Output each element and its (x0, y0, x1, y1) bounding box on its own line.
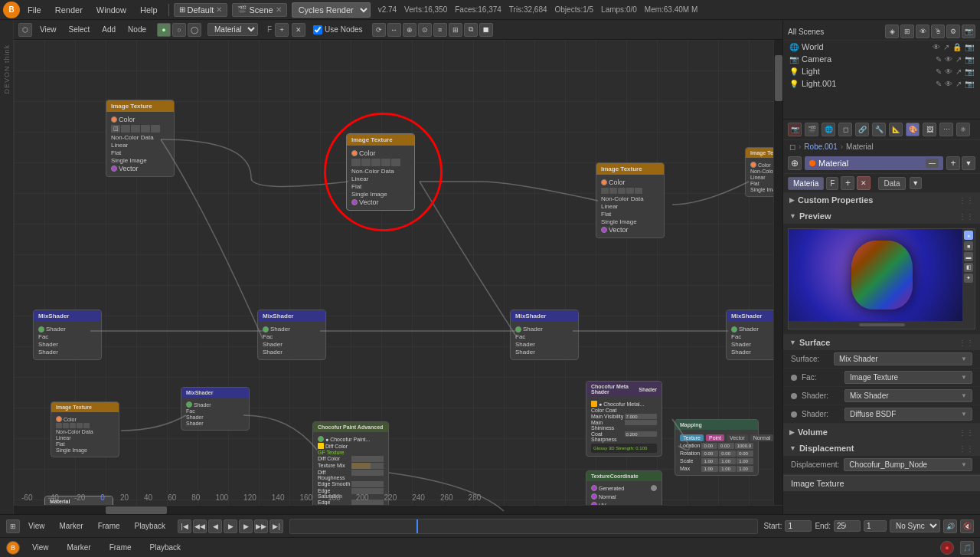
props-icon-object[interactable]: ◻ (838, 123, 852, 136)
light001-edit[interactable]: ✎ (936, 80, 942, 88)
record-btn[interactable]: ● (940, 541, 954, 555)
toolbar-select[interactable]: Select (64, 25, 95, 34)
tab-f[interactable]: F (826, 177, 838, 190)
mat-fakename[interactable]: — (926, 159, 939, 168)
node-btn[interactable]: ◫ (111, 125, 120, 133)
status-blender-logo[interactable]: B (6, 541, 20, 555)
use-nodes-checkbox[interactable] (313, 25, 322, 34)
preview-light-btn[interactable]: ✦ (964, 274, 973, 283)
toolbar-view[interactable]: View (35, 25, 61, 34)
node-btn5[interactable] (151, 125, 160, 133)
world-render[interactable]: 📷 (965, 43, 974, 51)
view-label[interactable]: All Scenes (788, 28, 824, 36)
node-img-texture-5[interactable]: Image Texture Color Non-Color Data (51, 401, 119, 457)
light-eye[interactable]: 👁 (945, 67, 952, 76)
btn-5a[interactable] (56, 423, 62, 428)
node-view-icon6[interactable]: ⊞ (449, 23, 462, 37)
tab-texture[interactable]: Texture (680, 434, 704, 441)
surface-val[interactable]: Mix Shader ▼ (834, 352, 972, 365)
camera-cur[interactable]: ↗ (956, 55, 962, 64)
light001-cur[interactable]: ↗ (956, 80, 962, 88)
node-world-icon[interactable]: ○ (172, 23, 186, 37)
node-img-texture-2[interactable]: Image Texture Color Non-C (346, 133, 415, 211)
light001-eye[interactable]: 👁 (945, 80, 952, 88)
btn-5b[interactable] (63, 423, 69, 428)
btn-jump-end[interactable]: ▶| (270, 519, 283, 533)
props-icon-world[interactable]: 🌐 (822, 123, 835, 136)
current-frame-input[interactable] (864, 520, 887, 532)
tab-vector[interactable]: Vector (727, 434, 748, 441)
tab-point[interactable]: Point (706, 434, 724, 441)
timeline-ruler[interactable] (289, 519, 757, 534)
btn-5d[interactable] (77, 423, 83, 428)
tab-add[interactable]: + (841, 176, 854, 190)
btn-3a[interactable] (601, 188, 609, 194)
node-editor[interactable]: Image Texture Color ◫ Non- (14, 40, 782, 514)
props-icon-render[interactable]: 📷 (788, 123, 802, 136)
tree-icon-btn1[interactable]: ◈ (885, 25, 899, 38)
timeline-frame[interactable]: Frame (92, 520, 126, 532)
scrollbar-thumb-h[interactable] (106, 506, 167, 514)
node-view-icon7[interactable]: ⧉ (464, 23, 478, 37)
audio-icon[interactable]: 🔊 (943, 519, 957, 533)
shader2-val[interactable]: Diffuse BSDF ▼ (844, 408, 972, 421)
tab-close[interactable]: ✕ (857, 176, 871, 190)
props-icon-texture[interactable]: 🖼 (923, 123, 936, 136)
preview-bg-btn[interactable]: ◧ (964, 263, 973, 272)
node-view-icon4[interactable]: ⊙ (418, 23, 432, 37)
mat-arrow-down[interactable]: ▼ (962, 156, 975, 170)
node-scrollbar-h[interactable] (14, 505, 782, 514)
tree-item-camera[interactable]: 📷 Camera ✎ 👁 ↗ 📷 (783, 53, 980, 65)
node-add-btn[interactable]: + (275, 23, 289, 37)
node-scrollbar-v[interactable] (773, 40, 782, 514)
scene-close[interactable]: ✕ (276, 5, 282, 14)
custom-props-header[interactable]: ▶ Custom Properties ⋮⋮ (783, 192, 980, 208)
tree-item-world[interactable]: 🌐 World 👁 ↗ 🔒 📷 (783, 41, 980, 53)
world-eye[interactable]: 👁 (933, 43, 940, 51)
disp-val[interactable]: Chocofur_Bump_Node ▼ (844, 458, 972, 471)
btn-3b[interactable] (609, 188, 617, 194)
start-input[interactable] (785, 520, 812, 532)
props-icon-data[interactable]: 📐 (889, 123, 903, 136)
menu-render[interactable]: Render (49, 4, 89, 16)
node-view-icon2[interactable]: ↔ (387, 23, 401, 37)
btn-5c[interactable] (70, 423, 76, 428)
btn-prev-keyframe[interactable]: ◀◀ (193, 519, 207, 533)
preview-header[interactable]: ▼ Preview ⋮⋮ (783, 208, 980, 224)
status-frame-menu[interactable]: Frame (103, 542, 138, 553)
node-btn2[interactable] (121, 125, 130, 133)
props-icon-scene[interactable]: 🎬 (805, 123, 818, 136)
tab-data-arrow[interactable]: ▼ (910, 177, 922, 189)
light-render[interactable]: 📷 (965, 67, 974, 76)
camera-edit[interactable]: ✎ (936, 55, 942, 64)
node-mapping[interactable]: Mapping Texture Point Vector Normal Loca… (675, 419, 759, 476)
fac-val[interactable]: Image Texture ▼ (844, 371, 972, 384)
node-mode-selector[interactable]: Material (207, 23, 258, 36)
sync-selector[interactable]: No Sync (890, 519, 940, 532)
btn-prev-frame[interactable]: ◀ (208, 519, 222, 533)
audio-btn[interactable]: 🎵 (960, 541, 974, 555)
scene-label[interactable]: Scene (249, 5, 273, 15)
status-marker-menu[interactable]: Marker (61, 542, 97, 553)
node-btn-c[interactable] (371, 159, 381, 166)
camera-eye[interactable]: 👁 (945, 55, 952, 64)
menu-help[interactable]: Help (134, 4, 164, 16)
light-cur[interactable]: ↗ (956, 67, 962, 76)
btn-5e[interactable] (83, 423, 90, 428)
status-playback-menu[interactable]: Playback (144, 542, 188, 553)
breadcrumb-robe[interactable]: Robe.001 (804, 143, 837, 151)
node-type-icon[interactable]: ⬡ (18, 23, 32, 37)
tree-item-light[interactable]: 💡 Light ✎ 👁 ↗ 📷 (783, 65, 980, 77)
node-btn-a[interactable] (351, 159, 361, 166)
node-view-icon5[interactable]: ≡ (433, 23, 447, 37)
props-icon-physics[interactable]: ⚛ (956, 123, 970, 136)
workspace-label[interactable]: Default (188, 5, 214, 15)
tree-icon-btn6[interactable]: 📷 (962, 25, 975, 38)
node-btn-b[interactable] (361, 159, 371, 166)
btn-3e[interactable] (635, 188, 642, 194)
preview-slider[interactable] (859, 323, 905, 326)
btn-jump-start[interactable]: |◀ (178, 519, 191, 533)
tab-normal[interactable]: Normal (750, 434, 774, 441)
node-img-texture-1[interactable]: Image Texture Color ◫ Non- (106, 100, 175, 177)
volume-header[interactable]: ▶ Volume ⋮⋮ (783, 424, 980, 440)
